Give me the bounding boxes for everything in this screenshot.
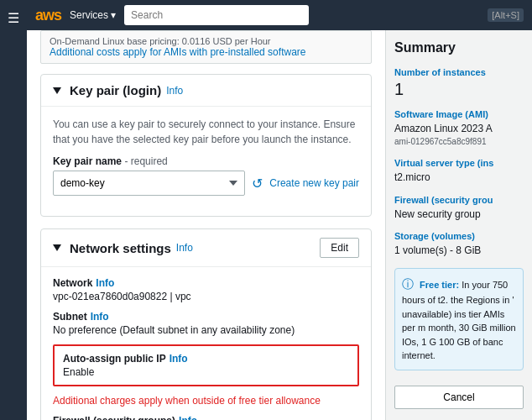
keypair-required-label: - required <box>124 155 167 167</box>
summary-server-type-title[interactable]: Virtual server type (ins <box>394 158 524 168</box>
charges-warning: Additional charges apply when outside of… <box>53 395 359 407</box>
chevron-down-icon: ▾ <box>111 9 116 21</box>
free-tier-title: Free tier: <box>420 280 459 290</box>
firewall-label: Firewall (security groups) Info <box>53 415 359 420</box>
summary-ami-name: Amazon Linux 2023 A <box>394 122 524 136</box>
content-split: On-Demand Linux base pricing: 0.0116 USD… <box>27 30 532 420</box>
summary-storage-value: 1 volume(s) - 8 GiB <box>394 244 524 258</box>
summary-instances-value: 1 <box>394 80 524 99</box>
summary-instances-label: Number of instances <box>394 67 524 77</box>
summary-ami-section: Software Image (AMI) Amazon Linux 2023 A… <box>394 109 524 148</box>
network-value: vpc-021ea7860d0a90822 | vpc <box>53 291 359 302</box>
network-field-info-link[interactable]: Info <box>96 277 114 289</box>
summary-title: Summary <box>394 40 524 55</box>
network-section-header: Network settings Info Edit <box>41 229 371 267</box>
network-edit-button[interactable]: Edit <box>320 238 359 258</box>
auto-assign-value: Enable <box>63 366 349 378</box>
search-input[interactable] <box>124 5 309 25</box>
subnet-row: Subnet Info No preference (Default subne… <box>53 311 359 336</box>
main-content: On-Demand Linux base pricing: 0.0116 USD… <box>27 30 385 420</box>
keypair-select[interactable]: demo-key <box>53 171 245 196</box>
subnet-label: Subnet Info <box>53 311 359 323</box>
pricing-base: On-Demand Linux base pricing: 0.0116 USD… <box>50 36 362 46</box>
keypair-field-label: Key pair name - required <box>53 155 359 167</box>
services-button[interactable]: Services ▾ <box>70 9 116 21</box>
pricing-notice: On-Demand Linux base pricing: 0.0116 USD… <box>40 30 372 64</box>
summary-storage-title[interactable]: Storage (volumes) <box>394 231 524 241</box>
network-row: Network Info vpc-021ea7860d0a90822 | vpc <box>53 277 359 302</box>
summary-firewall-value: New security group <box>394 207 524 222</box>
keypair-refresh-button[interactable]: ↺ <box>252 176 263 192</box>
free-tier-text: In your 750 hours of t2. the Regions in … <box>402 280 516 360</box>
network-header-left: Network settings Info <box>53 241 193 255</box>
keypair-title: Key pair (login) <box>70 83 161 97</box>
network-fields: Network Info vpc-021ea7860d0a90822 | vpc… <box>41 267 371 420</box>
keypair-select-wrapper: demo-key ↺ Create new key pair <box>53 171 359 196</box>
summary-panel: Summary Number of instances 1 Software I… <box>385 30 532 420</box>
network-label: Network Info <box>53 277 359 289</box>
main-wrapper: aws Services ▾ [Alt+S] On-Demand Linux b… <box>27 0 532 420</box>
search-shortcut: [Alt+S] <box>488 8 524 22</box>
summary-instances-section: Number of instances 1 <box>394 67 524 99</box>
network-title: Network settings <box>70 241 171 255</box>
aws-logo: aws <box>35 7 61 24</box>
keypair-section: Key pair (login) Info You can use a key … <box>40 74 372 217</box>
collapse-triangle-keypair[interactable] <box>53 87 61 94</box>
keypair-section-header: Key pair (login) Info <box>41 75 371 107</box>
keypair-section-body: You can use a key pair to securely conne… <box>41 107 371 216</box>
top-bar: aws Services ▾ [Alt+S] <box>27 0 532 30</box>
keypair-description: You can use a key pair to securely conne… <box>53 117 359 147</box>
summary-ami-id: ami-012967cc5a8c9f891 <box>394 136 524 148</box>
network-info-link[interactable]: Info <box>176 242 193 254</box>
info-circle-icon: ⓘ <box>402 277 414 291</box>
auto-assign-label: Auto-assign public IP Info <box>63 353 349 365</box>
subnet-info-link[interactable]: Info <box>91 311 109 323</box>
subnet-value: No preference (Default subnet in any ava… <box>53 324 359 336</box>
ami-costs-link[interactable]: Additional costs apply for AMIs with pre… <box>50 46 305 58</box>
free-tier-box: ⓘ Free tier: In your 750 hours of t2. th… <box>394 268 524 370</box>
summary-server-type-value: t2.micro <box>394 171 524 185</box>
left-nav: ☰ <box>0 0 27 420</box>
firewall-info-link[interactable]: Info <box>179 415 197 420</box>
create-keypair-link[interactable]: Create new key pair <box>269 177 359 189</box>
summary-server-type-section: Virtual server type (ins t2.micro <box>394 158 524 185</box>
cancel-button[interactable]: Cancel <box>394 386 524 409</box>
charges-warn-prefix: Additional charges apply <box>53 395 163 407</box>
keypair-info-link[interactable]: Info <box>166 85 183 97</box>
summary-storage-section: Storage (volumes) 1 volume(s) - 8 GiB <box>394 231 524 258</box>
hamburger-icon[interactable]: ☰ <box>4 7 23 29</box>
charges-warn-suffix: when outside of free tier allowance <box>165 395 321 407</box>
summary-firewall-title[interactable]: Firewall (security grou <box>394 195 524 205</box>
collapse-triangle-network[interactable] <box>53 244 61 251</box>
auto-assign-info-link[interactable]: Info <box>170 353 188 365</box>
summary-ami-title[interactable]: Software Image (AMI) <box>394 109 524 119</box>
auto-assign-highlight-box: Auto-assign public IP Info Enable <box>53 344 359 386</box>
summary-firewall-section: Firewall (security grou New security gro… <box>394 195 524 222</box>
network-section: Network settings Info Edit Network Info … <box>40 228 372 420</box>
